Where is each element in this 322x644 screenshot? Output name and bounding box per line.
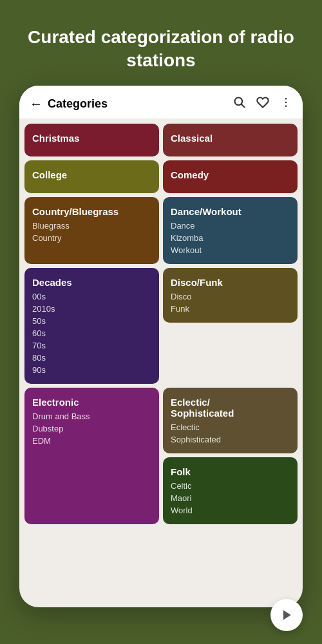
- svg-point-2: [285, 98, 287, 100]
- card-electronic-sub3: EDM: [32, 436, 151, 446]
- card-college[interactable]: College: [24, 160, 159, 193]
- page-title: Curated categorization of radio stations: [19, 26, 303, 73]
- card-folk-sub1: Celtic: [171, 481, 290, 491]
- card-electronic[interactable]: Electronic Drum and Bass Dubstep EDM: [24, 388, 159, 524]
- card-christmas[interactable]: Christmas: [24, 124, 159, 156]
- card-country-sub1: Bluegrass: [32, 221, 151, 231]
- more-icon[interactable]: [279, 96, 292, 112]
- card-folk-title: Folk: [171, 466, 290, 477]
- card-classical-title: Classical: [171, 133, 290, 144]
- card-country-sub2: Country: [32, 233, 151, 243]
- categories-grid: Christmas Classical College Comedy Count…: [24, 124, 298, 384]
- card-country[interactable]: Country/Bluegrass Bluegrass Country: [24, 197, 159, 264]
- card-decades-sub6: 80s: [32, 353, 151, 363]
- card-decades-sub2: 2010s: [32, 304, 151, 314]
- fab-button[interactable]: [270, 599, 303, 631]
- card-classical[interactable]: Classical: [163, 124, 298, 156]
- card-electronic-sub1: Drum and Bass: [32, 412, 151, 421]
- card-dance-title: Dance/Workout: [171, 206, 290, 217]
- card-eclectic-sub1: Eclectic: [171, 422, 290, 432]
- card-eclectic-title: Eclectic/Sophisticated: [171, 397, 290, 419]
- card-folk[interactable]: Folk Celtic Maori World: [163, 457, 298, 524]
- card-college-title: College: [32, 169, 151, 180]
- card-disco-sub1: Disco: [171, 292, 290, 301]
- card-decades[interactable]: Decades 00s 2010s 50s 60s 70s 80s 90s: [24, 268, 159, 384]
- card-decades-sub3: 50s: [32, 316, 151, 326]
- card-dance-sub3: Workout: [171, 245, 290, 255]
- svg-point-3: [285, 102, 287, 104]
- svg-point-4: [285, 105, 287, 107]
- card-comedy[interactable]: Comedy: [163, 160, 298, 193]
- card-decades-sub5: 70s: [32, 341, 151, 350]
- card-decades-sub4: 60s: [32, 328, 151, 338]
- nav-bar: ← Categories: [19, 86, 303, 118]
- card-dance-sub1: Dance: [171, 221, 290, 231]
- card-decades-title: Decades: [32, 277, 151, 288]
- back-button[interactable]: ←: [30, 97, 43, 111]
- card-christmas-title: Christmas: [32, 133, 151, 144]
- svg-line-1: [242, 104, 245, 108]
- card-decades-sub7: 90s: [32, 365, 151, 375]
- card-dance-sub2: Kizomba: [171, 233, 290, 243]
- heart-icon[interactable]: [256, 96, 269, 112]
- nav-title: Categories: [48, 97, 233, 111]
- card-decades-sub1: 00s: [32, 292, 151, 301]
- card-electronic-sub2: Dubstep: [32, 424, 151, 433]
- card-electronic-title: Electronic: [32, 397, 151, 408]
- categories-list: Christmas Classical College Comedy Count…: [19, 118, 303, 601]
- card-country-title: Country/Bluegrass: [32, 206, 151, 217]
- card-disco-sub2: Funk: [171, 304, 290, 314]
- search-icon[interactable]: [233, 96, 246, 112]
- categories-grid-2: Electronic Drum and Bass Dubstep EDM Ecl…: [24, 388, 298, 524]
- phone-frame: ← Categories: [19, 86, 303, 607]
- card-eclectic[interactable]: Eclectic/Sophisticated Eclectic Sophisti…: [163, 388, 298, 453]
- svg-marker-5: [283, 611, 291, 620]
- card-eclectic-sub2: Sophisticated: [171, 435, 290, 444]
- nav-icons: [233, 96, 292, 112]
- card-disco[interactable]: Disco/Funk Disco Funk: [163, 268, 298, 323]
- card-disco-title: Disco/Funk: [171, 277, 290, 288]
- card-folk-sub3: World: [171, 506, 290, 515]
- card-folk-sub2: Maori: [171, 493, 290, 503]
- card-comedy-title: Comedy: [171, 169, 290, 180]
- card-dance[interactable]: Dance/Workout Dance Kizomba Workout: [163, 197, 298, 264]
